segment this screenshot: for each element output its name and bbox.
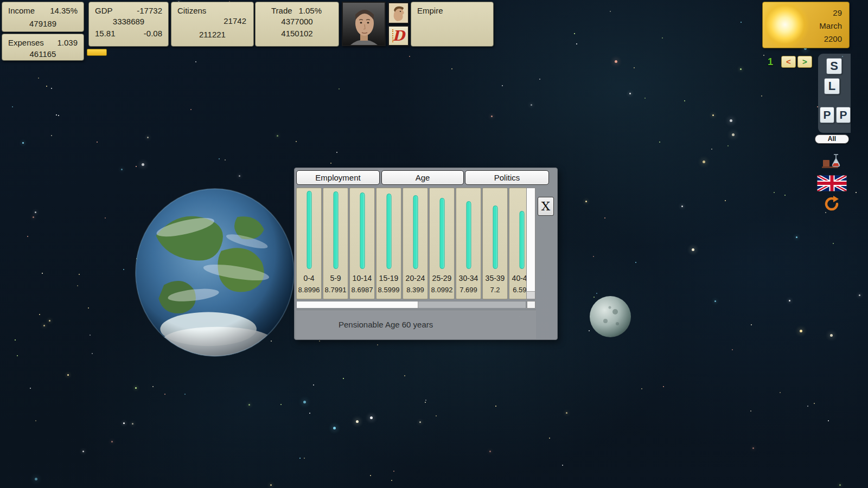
horizontal-scrollbar[interactable]: [296, 301, 526, 309]
age-category-label: 0-4: [297, 274, 321, 282]
star: [732, 133, 735, 136]
star: [97, 142, 98, 143]
trade-value-2: 4150102: [261, 29, 333, 38]
star: [419, 421, 421, 423]
leader-portrait[interactable]: [342, 2, 386, 46]
star: [132, 423, 133, 425]
star: [51, 135, 52, 136]
star: [404, 375, 405, 376]
vertical-scrollbar[interactable]: [526, 188, 535, 299]
save-button[interactable]: S: [826, 58, 842, 74]
star: [807, 406, 808, 407]
star: [725, 200, 726, 201]
expenses-value: 461165: [8, 49, 78, 59]
dialog-footer: Pensionable Age 60 years: [296, 310, 536, 339]
age-column: 35-397.2: [482, 188, 508, 299]
star: [12, 106, 13, 107]
badge-divider: [392, 29, 393, 42]
age-category-label: 10-14: [350, 274, 374, 282]
star: [714, 300, 716, 302]
trade-panel[interactable]: Trade 1.05% 4377000 4150102: [255, 2, 339, 47]
star: [751, 324, 752, 325]
star: [239, 175, 240, 177]
mini-gauge[interactable]: [87, 49, 107, 56]
star: [225, 159, 226, 160]
star: [330, 163, 331, 164]
tab-age[interactable]: Age: [381, 170, 464, 185]
age-value-label: 7.699: [456, 286, 481, 294]
star: [248, 404, 250, 406]
advisor-portrait[interactable]: [388, 2, 409, 24]
age-value-label: 6.598: [509, 286, 527, 294]
star: [343, 378, 344, 379]
next-button[interactable]: >: [797, 56, 812, 68]
star: [333, 427, 336, 429]
star: [377, 344, 378, 345]
age-bar: [307, 191, 311, 269]
star: [750, 410, 751, 412]
age-bar: [466, 201, 471, 269]
uk-flag-icon[interactable]: [817, 175, 847, 191]
star: [123, 269, 124, 270]
p-left-button[interactable]: P: [820, 107, 834, 123]
star: [502, 85, 503, 86]
tab-politics[interactable]: Politics: [465, 170, 549, 185]
science-flask-icon[interactable]: [821, 152, 843, 172]
refresh-icon[interactable]: [822, 195, 841, 213]
all-button[interactable]: All: [815, 134, 849, 144]
date-panel[interactable]: 29 March 2200: [762, 2, 850, 48]
star: [596, 293, 597, 294]
star: [319, 341, 320, 342]
star: [436, 415, 437, 416]
star: [111, 441, 113, 442]
p-right-button[interactable]: P: [836, 107, 851, 123]
advisor-badge[interactable]: D: [388, 25, 409, 46]
tab-employment[interactable]: Employment: [296, 170, 380, 185]
star: [752, 447, 754, 449]
age-value-label: 8.5999: [376, 286, 401, 294]
empire-panel[interactable]: Empire: [411, 2, 494, 47]
gdp-label: GDP: [95, 6, 113, 15]
income-percent: 14.35%: [50, 6, 78, 15]
gdp-rate: 15.81: [95, 29, 116, 38]
star: [839, 484, 841, 486]
age-column: 15-198.5999: [376, 188, 401, 299]
star: [17, 355, 18, 356]
star: [833, 243, 834, 244]
trade-label: Trade: [271, 6, 292, 15]
star: [49, 320, 50, 322]
age-bar: [493, 206, 497, 269]
star: [574, 33, 575, 34]
income-panel[interactable]: Income 14.35% 479189: [2, 2, 84, 32]
age-bar: [413, 195, 418, 269]
star: [830, 334, 833, 337]
star: [58, 115, 59, 116]
star: [732, 349, 733, 350]
star: [566, 412, 567, 414]
star: [692, 248, 694, 251]
star: [299, 458, 301, 459]
star: [43, 325, 45, 326]
expenses-panel[interactable]: Expenses 1.039 461165: [2, 34, 84, 61]
star: [562, 465, 563, 466]
age-category-label: 25-29: [430, 274, 454, 282]
star: [219, 158, 220, 159]
planet-earth[interactable]: [135, 188, 295, 357]
star: [370, 475, 371, 476]
star: [88, 307, 89, 309]
vertical-scrollbar-thumb[interactable]: [527, 188, 535, 292]
star: [780, 392, 781, 393]
load-button[interactable]: L: [824, 78, 840, 94]
star: [136, 166, 137, 167]
horizontal-scrollbar-thumb[interactable]: [297, 301, 418, 308]
age-category-label: 20-24: [403, 274, 427, 282]
gdp-panel[interactable]: GDP -17732 3338689 15.81 -0.08: [88, 2, 169, 47]
moon[interactable]: [589, 296, 631, 338]
star: [339, 88, 340, 89]
prev-button[interactable]: <: [781, 56, 796, 68]
close-button[interactable]: X: [538, 197, 554, 216]
star: [489, 451, 491, 452]
star: [393, 471, 394, 472]
star: [629, 93, 631, 94]
citizens-panel[interactable]: Citizens 21742 211221: [171, 2, 254, 47]
